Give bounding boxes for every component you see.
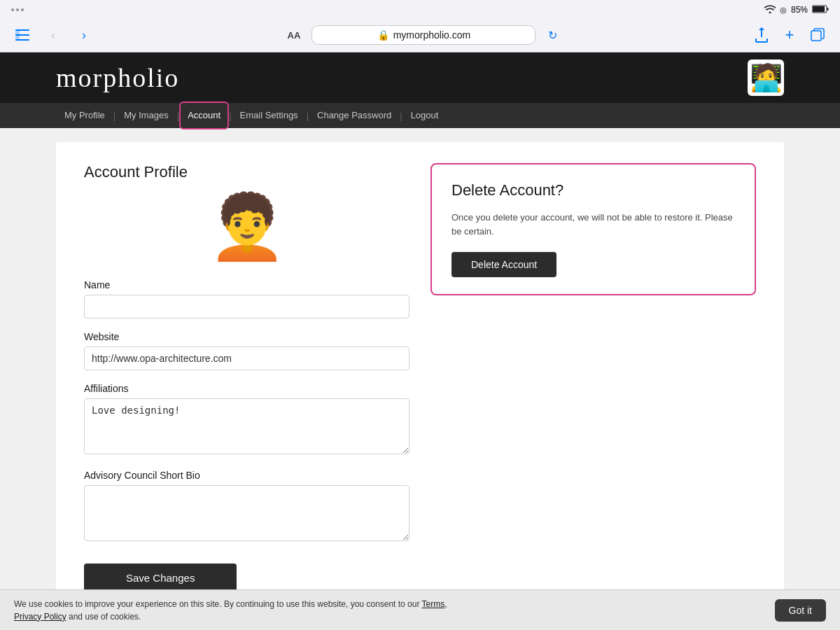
tabs-button[interactable]: [806, 24, 829, 46]
got-it-button[interactable]: Got it: [775, 599, 826, 622]
website-label: Website: [84, 331, 410, 342]
name-field-group: Name: [84, 279, 410, 318]
nav-email-settings[interactable]: Email Settings: [232, 103, 307, 128]
name-input[interactable]: [84, 295, 410, 318]
nav-account[interactable]: Account: [179, 102, 229, 130]
status-bar: ◎ 85%: [0, 0, 840, 20]
site-navigation: My Profile | My Images | Account | Email…: [0, 103, 840, 128]
website-field-group: Website: [84, 331, 410, 370]
nav-logout[interactable]: Logout: [402, 103, 447, 128]
delete-account-button[interactable]: Delete Account: [451, 252, 556, 277]
delete-account-description: Once you delete your account, we will no…: [451, 211, 735, 238]
avatar-emoji: 🧑‍💻: [750, 62, 783, 93]
cookie-banner: We use cookies to improve your experienc…: [0, 589, 840, 630]
save-changes-button[interactable]: Save Changes: [84, 564, 237, 592]
bio-field-group: Advisory Council Short Bio: [84, 470, 410, 544]
back-button[interactable]: ‹: [42, 24, 64, 46]
site-header: morpholio 🧑‍💻: [0, 52, 840, 103]
cookie-text-part2: ,: [444, 599, 447, 609]
nav-change-password[interactable]: Change Password: [309, 103, 400, 128]
svg-rect-6: [15, 39, 29, 41]
content-card: Account Profile 🧑‍🦱 Name Website Affilia…: [56, 142, 784, 593]
privacy-policy-link[interactable]: Privacy Policy: [14, 612, 66, 622]
wifi-icon: [764, 5, 776, 15]
profile-avatar: 🧑‍🦱: [208, 195, 286, 258]
terms-link[interactable]: Terms: [422, 599, 445, 609]
user-avatar[interactable]: 🧑‍💻: [748, 59, 784, 96]
svg-rect-7: [811, 31, 821, 41]
bio-label: Advisory Council Short Bio: [84, 470, 410, 481]
three-dots-indicator: [11, 3, 24, 17]
delete-account-card: Delete Account? Once you delete your acc…: [430, 163, 756, 295]
bio-textarea[interactable]: [84, 485, 410, 541]
url-text: mymorpholio.com: [393, 29, 470, 41]
aa-button[interactable]: AA: [282, 27, 307, 43]
page-content: Account Profile 🧑‍🦱 Name Website Affilia…: [0, 128, 840, 593]
profile-avatar-section: 🧑‍🦱: [84, 195, 410, 258]
affiliations-textarea[interactable]: Love designing!: [84, 398, 410, 454]
website-input[interactable]: [84, 346, 410, 370]
site-logo: morpholio: [56, 62, 179, 93]
reload-button[interactable]: ↻: [541, 24, 564, 46]
cookie-text-part1: We use cookies to improve your experienc…: [14, 599, 422, 609]
sidebar-toggle-button[interactable]: [11, 24, 34, 46]
location-icon: ◎: [780, 6, 787, 15]
svg-rect-1: [813, 6, 825, 12]
name-label: Name: [84, 279, 410, 290]
page-title: Account Profile: [84, 163, 410, 181]
forward-button[interactable]: ›: [73, 24, 95, 46]
svg-rect-5: [15, 34, 29, 36]
nav-my-profile[interactable]: My Profile: [56, 103, 113, 128]
affiliations-label: Affiliations: [84, 383, 410, 394]
new-tab-button[interactable]: +: [778, 24, 801, 46]
svg-rect-2: [827, 8, 829, 10]
battery-icon: [812, 5, 829, 15]
lock-icon: 🔒: [377, 29, 389, 41]
svg-rect-4: [15, 29, 29, 31]
battery-percent: 85%: [791, 5, 808, 15]
right-column: Delete Account? Once you delete your acc…: [430, 163, 756, 592]
nav-my-images[interactable]: My Images: [115, 103, 177, 128]
share-button[interactable]: [750, 24, 773, 46]
browser-chrome: ‹ › AA 🔒 mymorpholio.com ↻ +: [0, 20, 840, 52]
cookie-text: We use cookies to improve your experienc…: [14, 598, 447, 623]
website-content: morpholio 🧑‍💻 My Profile | My Images | A…: [0, 52, 840, 593]
delete-account-title: Delete Account?: [451, 181, 735, 200]
cookie-text-part3: and use of cookies.: [66, 612, 141, 622]
affiliations-field-group: Affiliations Love designing!: [84, 383, 410, 457]
left-column: Account Profile 🧑‍🦱 Name Website Affilia…: [84, 163, 410, 592]
address-bar[interactable]: 🔒 mymorpholio.com: [312, 25, 536, 45]
